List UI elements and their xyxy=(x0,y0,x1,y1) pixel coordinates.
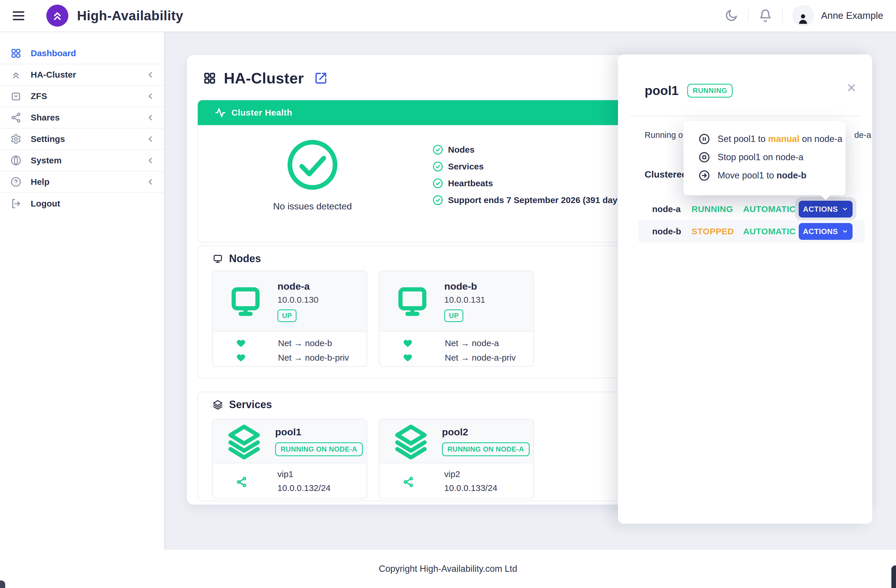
actions-button-label: ACTIONS xyxy=(803,227,838,236)
row-mode: AUTOMATIC xyxy=(743,227,796,236)
divider xyxy=(782,9,783,22)
actions-button[interactable]: ACTIONS xyxy=(799,223,853,240)
sidebar-item-system[interactable]: System xyxy=(0,150,164,172)
grid-icon xyxy=(11,48,21,59)
nodes-heading: Nodes xyxy=(229,253,261,265)
layers-icon xyxy=(213,400,223,410)
monitor-icon xyxy=(213,254,223,264)
sidebar-item-label: Help xyxy=(31,177,50,187)
table-row-node-a: node-a RUNNING AUTOMATIC ACTIONS xyxy=(638,198,865,220)
chevron-left-icon[interactable] xyxy=(146,113,155,122)
panel-title: pool1 xyxy=(645,84,678,98)
sidebar-item-ha-cluster[interactable]: HA-Cluster xyxy=(0,64,164,86)
dark-mode-moon-icon[interactable] xyxy=(724,9,738,23)
chevron-left-icon[interactable] xyxy=(146,92,155,101)
chevron-left-icon[interactable] xyxy=(146,156,155,165)
topbar: High-Availability Anne Example xyxy=(0,0,896,32)
node-name: node-b xyxy=(444,281,485,292)
actions-dropdown-menu: Set pool1 to manual on node-a Stop pool1… xyxy=(683,121,846,195)
vip-address: 10.0.0.132/24 xyxy=(277,483,331,493)
pause-circle-icon xyxy=(698,133,710,145)
share-icon xyxy=(236,476,247,488)
share-icon xyxy=(11,112,21,123)
node-ip: 10.0.0.130 xyxy=(277,295,318,305)
table-row-node-b: node-b STOPPED AUTOMATIC ACTIONS xyxy=(638,220,865,243)
globe-icon xyxy=(11,155,21,166)
footer: Copyright High-Availability.com Ltd xyxy=(0,550,896,588)
corner-accent-right xyxy=(891,565,896,588)
node-status-badge: UP xyxy=(444,309,463,322)
monitor-icon xyxy=(396,283,429,319)
grid-icon xyxy=(203,72,216,85)
heart-icon xyxy=(402,353,413,363)
chevron-down-icon xyxy=(842,228,848,235)
row-node-name: node-b xyxy=(652,227,681,236)
sidebar-item-settings[interactable]: Settings xyxy=(0,129,164,150)
row-mode: AUTOMATIC xyxy=(743,204,796,214)
manual-highlight: manual xyxy=(768,134,800,144)
chevron-left-icon[interactable] xyxy=(146,178,155,186)
chevron-left-icon[interactable] xyxy=(146,70,155,79)
service-card-pool2[interactable]: pool2 RUNNING ON NODE-A vip2 10.0.0.133/… xyxy=(379,419,534,499)
success-check-icon xyxy=(285,137,340,192)
sidebar-item-label: Logout xyxy=(31,199,60,209)
gear-icon xyxy=(11,134,21,145)
vip-name: vip2 xyxy=(444,469,498,479)
sidebar-item-dashboard[interactable]: Dashboard xyxy=(0,43,164,64)
logout-icon xyxy=(11,198,21,209)
actions-button-label: ACTIONS xyxy=(803,205,838,214)
chevron-down-icon xyxy=(842,206,848,212)
target-node-strong: node-b xyxy=(776,170,806,180)
row-status: STOPPED xyxy=(692,227,734,236)
node-card-node-b[interactable]: node-b 10.0.0.131 UP Net → node-a Net → … xyxy=(379,271,534,367)
page-title: HA-Cluster xyxy=(224,70,304,87)
copyright-text: Copyright High-Availability.com Ltd xyxy=(379,564,517,574)
menu-item-stop[interactable]: Stop pool1 on node-a xyxy=(698,148,846,166)
health-check-item: Heartbeats xyxy=(432,178,625,189)
row-node-name: node-a xyxy=(652,204,681,214)
cluster-health-title: Cluster Health xyxy=(232,108,292,117)
external-link-icon[interactable] xyxy=(314,72,327,85)
sidebar-item-zfs[interactable]: ZFS xyxy=(0,86,164,107)
sidebar-item-label: Dashboard xyxy=(31,48,76,58)
vip-name: vip1 xyxy=(277,469,331,479)
heart-icon xyxy=(236,338,246,348)
arrow-right-circle-icon xyxy=(698,170,710,181)
check-circle-icon xyxy=(432,144,443,155)
service-name: pool2 xyxy=(442,427,530,438)
node-status-badge: UP xyxy=(277,309,297,322)
sidebar-item-label: Settings xyxy=(31,134,65,144)
menu-item-move[interactable]: Move pool1 to node-b xyxy=(698,166,846,184)
hamburger-menu-icon[interactable] xyxy=(13,11,24,20)
user-avatar[interactable] xyxy=(792,5,814,26)
health-check-item: Nodes xyxy=(432,144,625,155)
sidebar: Dashboard HA-Cluster ZFS Shares Settings… xyxy=(0,32,164,550)
check-circle-icon xyxy=(432,178,443,189)
menu-item-set-manual[interactable]: Set pool1 to manual on node-a xyxy=(698,130,846,148)
notifications-bell-icon[interactable] xyxy=(759,9,773,23)
layers-icon xyxy=(226,423,262,459)
chevrons-up-icon xyxy=(11,69,21,80)
service-card-pool1[interactable]: pool1 RUNNING ON NODE-A vip1 10.0.0.132/… xyxy=(212,419,367,499)
service-status-badge: RUNNING ON NODE-A xyxy=(442,442,530,456)
heartbeat-row: Net → node-b-priv xyxy=(236,353,367,363)
activity-pulse-icon xyxy=(215,107,226,118)
services-heading: Services xyxy=(229,399,272,411)
app-title: High-Availability xyxy=(77,8,183,23)
stop-circle-icon xyxy=(698,151,710,163)
sidebar-item-help[interactable]: Help xyxy=(0,172,164,193)
chevron-left-icon[interactable] xyxy=(146,135,155,143)
check-circle-icon xyxy=(432,161,443,172)
sidebar-item-logout[interactable]: Logout xyxy=(0,193,164,214)
health-check-item: Services xyxy=(432,161,625,172)
share-icon xyxy=(402,476,414,488)
monitor-icon xyxy=(229,283,262,319)
heartbeat-row: Net → node-b xyxy=(236,338,367,348)
node-ip: 10.0.0.131 xyxy=(444,295,485,305)
health-check-item: Support ends 7 September 2026 (391 days) xyxy=(432,195,625,206)
node-card-node-a[interactable]: node-a 10.0.0.130 UP Net → node-b Net → … xyxy=(212,271,367,367)
actions-button[interactable]: ACTIONS xyxy=(799,201,853,218)
divider xyxy=(630,116,860,116)
close-icon[interactable]: ✕ xyxy=(844,81,858,95)
sidebar-item-shares[interactable]: Shares xyxy=(0,107,164,129)
